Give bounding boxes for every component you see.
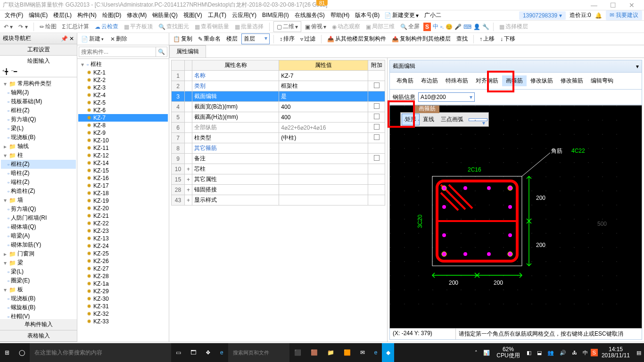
comp-item[interactable]: ✹KZ-14 [78, 159, 168, 167]
local3d-button[interactable]: ▣ 局部三维 [364, 22, 396, 32]
movedown-button[interactable]: ↓ 下移 [498, 34, 517, 44]
bell-icon[interactable]: 🔔 [595, 12, 602, 19]
batch-select-button[interactable]: ▦ 批量选择 [233, 22, 265, 32]
tree-node[interactable]: ▫螺旋板(B) [1, 303, 76, 312]
filter-button[interactable]: ▿ 过滤 [298, 34, 317, 44]
floor-dropdown[interactable]: 首层 [241, 33, 270, 44]
comp-item[interactable]: ✹KZ-3 [78, 84, 168, 91]
prop-row[interactable]: 7柱类型(中柱) [172, 133, 385, 143]
comp-item[interactable]: ✹KZ-22 [78, 220, 168, 227]
menu-item[interactable]: 云应用(Y) [229, 12, 259, 18]
menu-item[interactable]: 修改(M) [124, 12, 149, 18]
copyfrom-button[interactable]: 📥 从其他楼层复制构件 [325, 34, 388, 44]
find-elem-button[interactable]: 🔍 查找图元 [157, 22, 191, 32]
comp-item[interactable]: ✹KZ-21 [78, 212, 168, 220]
comp-item[interactable]: ✹KZ-7 [78, 114, 168, 122]
comp-item[interactable]: ✹KZ-31 [78, 303, 168, 310]
tree-node[interactable]: ▫剪力墙(Q) [1, 115, 76, 124]
explorer-icon[interactable]: 📁 [322, 343, 339, 362]
comp-item[interactable]: ✹KZ-28 [78, 272, 168, 280]
nav-tree[interactable]: ▾📁常用构件类型▫轴网(J)▫筏板基础(M)▫框柱(Z)▫剪力墙(Q)▫梁(L)… [0, 77, 77, 319]
menu-item[interactable]: 编辑(E) [26, 12, 50, 18]
menu-item[interactable]: BIM应用(I) [259, 12, 292, 18]
close-button[interactable]: ✕ [622, 1, 641, 9]
redo-button[interactable]: ↷ ▾ [17, 23, 29, 31]
app5-icon[interactable]: 🟧 [339, 343, 355, 362]
menu-item[interactable]: 版本号(B) [352, 12, 382, 18]
comp-item[interactable]: ✹KZ-16 [78, 174, 168, 182]
prop-row[interactable]: 6全部纵筋4⌀22+6⌀20+4⌀16 [172, 123, 385, 133]
editor-tab[interactable]: 修改箍筋 [557, 75, 587, 86]
tree-node[interactable]: ▫人防门框墙(RI [1, 214, 76, 222]
menu-item[interactable]: 帮助(H) [328, 12, 353, 18]
tree-node[interactable]: ▾📁梁 [1, 258, 76, 267]
app1-icon[interactable]: 🗔 [186, 343, 201, 362]
keyboard-icon[interactable]: ⌨ [463, 24, 471, 30]
app3-icon[interactable]: ⬛ [289, 343, 306, 362]
comp-item[interactable]: ✹KZ-32 [78, 310, 168, 318]
property-table[interactable]: 属性名称属性值附加1名称KZ-72类别框架柱3截面编辑是4截面宽(B边)(mm)… [171, 60, 385, 206]
comp-item[interactable]: ✹KZ-9 [78, 129, 168, 137]
tree-node[interactable]: ▸📁门窗洞 [1, 249, 76, 258]
taskbar-search[interactable]: 在这里输入你要搜索的内容 [30, 343, 171, 362]
tab-table-input[interactable]: 表格输入 [0, 330, 77, 342]
copyto-button[interactable]: 📤 复制构件到其他楼层 [390, 34, 453, 44]
person-icon[interactable]: 👤 [473, 24, 480, 30]
editor-tab[interactable]: 布角筋 [393, 75, 417, 86]
menu-item[interactable]: 构件(N) [74, 12, 99, 18]
comp-item[interactable]: ✹KZ-26 [78, 257, 168, 265]
suggest-button[interactable]: ✉ 我要建议 [606, 10, 642, 20]
prop-row[interactable]: 8其它箍筋 [172, 143, 385, 154]
draw-button[interactable]: ✏ 绘图 [38, 22, 58, 32]
tray-people-icon[interactable]: 👥 [545, 350, 557, 356]
clock[interactable]: 14:152018/11/11 [598, 346, 634, 359]
comp-item[interactable]: ✹KZ-11 [78, 144, 168, 152]
tab-single-input[interactable]: 单构件输入 [0, 319, 77, 330]
tree-node[interactable]: ▸📁轴线 [1, 142, 76, 151]
tree-node[interactable]: ▫梁(L) [1, 267, 76, 276]
comp-item[interactable]: ✹KZ-10 [78, 137, 168, 144]
editor-tab[interactable]: 特殊布筋 [442, 75, 472, 86]
expand-icon[interactable]: ⁺╋ [2, 68, 8, 75]
notif-icon[interactable]: ▤ [634, 350, 644, 356]
tree-node[interactable]: ▾📁墙 [1, 196, 76, 205]
edge2-icon[interactable]: e [370, 343, 382, 362]
tree-node[interactable]: ▾📁常用构件类型 [1, 79, 76, 88]
tree-node[interactable]: ▫现浇板(B) [1, 294, 76, 303]
comp-item[interactable]: ✹KZ-19 [78, 197, 168, 205]
editor-tab[interactable]: 编辑弯钩 [587, 75, 617, 86]
dropdown-icon[interactable]: ▾ [636, 63, 639, 70]
tab-project-settings[interactable]: 工程设置 [0, 44, 77, 56]
prop-row[interactable]: 5截面高(H边)(mm)400 [172, 112, 385, 123]
comp-item[interactable]: ✹KZ-13 [78, 235, 168, 242]
select-layer-button[interactable]: ▦ 选择楼层 [497, 22, 530, 32]
comp-item[interactable]: ✹KZ-1a [78, 280, 168, 288]
tray-icon-2[interactable]: ⬓ [534, 350, 545, 356]
tree-node[interactable]: ▫框柱(Z) [1, 106, 76, 115]
tree-node[interactable]: ▫暗梁(A) [1, 231, 76, 240]
tree-node[interactable]: ▫砌体加筋(Y) [1, 240, 76, 249]
section-canvas[interactable]: 画箍筋 矩形 直线 三点画弧 [389, 105, 642, 329]
tree-node[interactable]: ▾📁板 [1, 285, 76, 294]
emoji-icon[interactable]: 😊 [446, 24, 453, 30]
view2d-dropdown[interactable]: ▢ 二维 ▾ [273, 21, 301, 32]
prop-row[interactable]: 9备注 [172, 154, 385, 164]
prop-row[interactable]: 15+其它属性 [172, 174, 385, 185]
app4-icon[interactable]: 🟫 [306, 343, 322, 362]
menu-item[interactable]: 绘图(D) [99, 12, 124, 18]
dynview-button[interactable]: ◉ 动态观察 [330, 22, 362, 32]
tree-node[interactable]: ▫梁(L) [1, 124, 76, 133]
sum-button[interactable]: Σ 汇总计算 [60, 22, 91, 32]
editor-tab[interactable]: 修改纵筋 [527, 75, 557, 86]
delete-component-button[interactable]: ✕ 删除 [108, 34, 129, 44]
app6-icon[interactable]: ◆ [382, 343, 394, 362]
app2-icon[interactable]: ❖ [201, 343, 215, 362]
view-rebar-button[interactable]: ▦ 查看钢筋量 [193, 22, 231, 32]
mic-icon[interactable]: 🎤 [454, 24, 462, 30]
fullscreen-button[interactable]: 🔍 全屏 [398, 22, 421, 32]
rebar-info-dropdown[interactable]: A10@200 [418, 92, 475, 102]
cortana-icon[interactable]: ◯ [14, 343, 30, 362]
prop-row[interactable]: 3截面编辑是 [172, 91, 385, 102]
editor-tab[interactable]: 对齐钢筋 [472, 75, 502, 86]
comp-item[interactable]: ✹KZ-29 [78, 288, 168, 295]
